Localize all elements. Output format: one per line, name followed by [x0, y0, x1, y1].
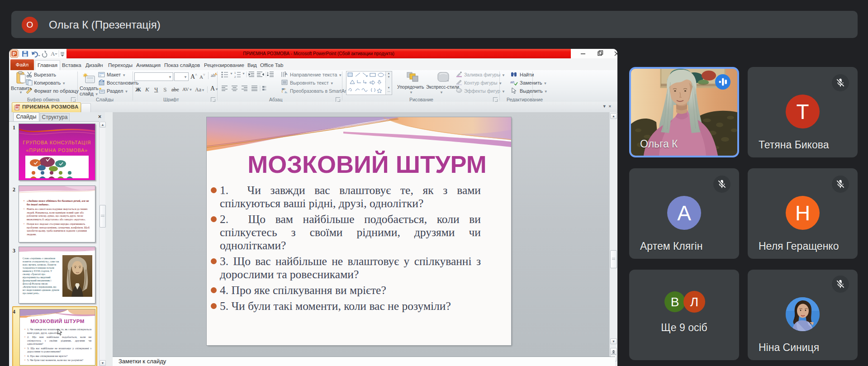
svg-text:ГРУПОВА КОНСУЛЬТАЦІЯ: ГРУПОВА КОНСУЛЬТАЦІЯ — [23, 140, 91, 145]
svg-text:A: A — [285, 72, 288, 76]
svg-text:▼: ▼ — [242, 72, 245, 75]
svg-text:▼: ▼ — [230, 72, 233, 75]
svg-text:A: A — [51, 50, 55, 57]
svg-text:«ПРИЄМНА РОЗМОВА»: «ПРИЄМНА РОЗМОВА» — [26, 147, 88, 153]
svg-text:P: P — [13, 51, 16, 57]
svg-text:ab: ab — [510, 80, 514, 84]
svg-text:2: 2 — [234, 76, 236, 78]
svg-text:1: 1 — [234, 71, 236, 74]
